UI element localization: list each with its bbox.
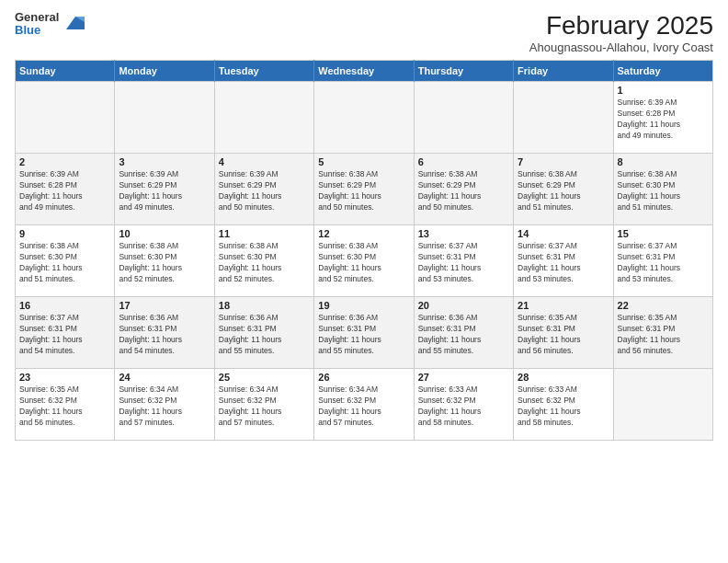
day-cell: 19Sunrise: 6:36 AM Sunset: 6:31 PM Dayli… (314, 297, 414, 369)
day-cell: 15Sunrise: 6:37 AM Sunset: 6:31 PM Dayli… (613, 225, 712, 297)
day-number: 24 (119, 372, 210, 383)
day-info: Sunrise: 6:34 AM Sunset: 6:32 PM Dayligh… (219, 385, 310, 429)
day-cell: 17Sunrise: 6:36 AM Sunset: 6:31 PM Dayli… (115, 297, 214, 369)
week-row-1: 2Sunrise: 6:39 AM Sunset: 6:28 PM Daylig… (16, 154, 713, 225)
day-info: Sunrise: 6:38 AM Sunset: 6:29 PM Dayligh… (318, 169, 409, 213)
day-info: Sunrise: 6:33 AM Sunset: 6:32 PM Dayligh… (518, 385, 609, 429)
title-area: February 2025 Ahougnassou-Allahou, Ivory… (529, 11, 713, 54)
weekday-sunday: Sunday (16, 61, 115, 82)
day-cell (314, 82, 414, 154)
day-info: Sunrise: 6:35 AM Sunset: 6:32 PM Dayligh… (19, 385, 110, 429)
day-cell: 5Sunrise: 6:38 AM Sunset: 6:29 PM Daylig… (314, 154, 414, 225)
logo-general: General (15, 11, 59, 24)
day-number: 5 (318, 156, 409, 167)
day-info: Sunrise: 6:37 AM Sunset: 6:31 PM Dayligh… (19, 313, 110, 357)
day-info: Sunrise: 6:36 AM Sunset: 6:31 PM Dayligh… (219, 313, 310, 357)
day-cell (16, 82, 115, 154)
day-number: 8 (618, 156, 709, 167)
day-cell (613, 369, 712, 441)
weekday-header-row: SundayMondayTuesdayWednesdayThursdayFrid… (16, 61, 713, 82)
day-number: 19 (318, 300, 409, 311)
day-info: Sunrise: 6:37 AM Sunset: 6:31 PM Dayligh… (418, 241, 509, 285)
day-info: Sunrise: 6:36 AM Sunset: 6:31 PM Dayligh… (318, 313, 409, 357)
day-info: Sunrise: 6:33 AM Sunset: 6:32 PM Dayligh… (418, 385, 509, 429)
day-cell: 24Sunrise: 6:34 AM Sunset: 6:32 PM Dayli… (115, 369, 214, 441)
day-cell: 25Sunrise: 6:34 AM Sunset: 6:32 PM Dayli… (214, 369, 313, 441)
day-info: Sunrise: 6:38 AM Sunset: 6:30 PM Dayligh… (219, 241, 310, 285)
logo-icon (63, 13, 85, 35)
day-number: 27 (418, 372, 509, 383)
day-info: Sunrise: 6:39 AM Sunset: 6:29 PM Dayligh… (119, 169, 210, 213)
day-number: 7 (518, 156, 609, 167)
day-number: 10 (119, 228, 210, 239)
logo-text: General Blue (15, 11, 59, 38)
day-cell: 10Sunrise: 6:38 AM Sunset: 6:30 PM Dayli… (115, 225, 214, 297)
day-cell: 9Sunrise: 6:38 AM Sunset: 6:30 PM Daylig… (16, 225, 115, 297)
day-number: 6 (418, 156, 509, 167)
day-number: 14 (518, 228, 609, 239)
day-cell: 3Sunrise: 6:39 AM Sunset: 6:29 PM Daylig… (115, 154, 214, 225)
day-cell: 12Sunrise: 6:38 AM Sunset: 6:30 PM Dayli… (314, 225, 414, 297)
day-info: Sunrise: 6:35 AM Sunset: 6:31 PM Dayligh… (518, 313, 609, 357)
week-row-4: 23Sunrise: 6:35 AM Sunset: 6:32 PM Dayli… (16, 369, 713, 441)
day-number: 28 (518, 372, 609, 383)
day-number: 16 (19, 300, 110, 311)
day-number: 3 (119, 156, 210, 167)
day-info: Sunrise: 6:39 AM Sunset: 6:29 PM Dayligh… (219, 169, 310, 213)
day-number: 12 (318, 228, 409, 239)
day-info: Sunrise: 6:39 AM Sunset: 6:28 PM Dayligh… (618, 98, 709, 142)
month-title: February 2025 (529, 11, 713, 40)
day-info: Sunrise: 6:34 AM Sunset: 6:32 PM Dayligh… (119, 385, 210, 429)
day-number: 21 (518, 300, 609, 311)
day-cell: 26Sunrise: 6:34 AM Sunset: 6:32 PM Dayli… (314, 369, 414, 441)
day-info: Sunrise: 6:38 AM Sunset: 6:30 PM Dayligh… (318, 241, 409, 285)
day-cell: 21Sunrise: 6:35 AM Sunset: 6:31 PM Dayli… (514, 297, 613, 369)
week-row-2: 9Sunrise: 6:38 AM Sunset: 6:30 PM Daylig… (16, 225, 713, 297)
day-cell: 23Sunrise: 6:35 AM Sunset: 6:32 PM Dayli… (16, 369, 115, 441)
day-cell: 4Sunrise: 6:39 AM Sunset: 6:29 PM Daylig… (214, 154, 313, 225)
day-number: 23 (19, 372, 110, 383)
day-info: Sunrise: 6:38 AM Sunset: 6:30 PM Dayligh… (19, 241, 110, 285)
week-row-3: 16Sunrise: 6:37 AM Sunset: 6:31 PM Dayli… (16, 297, 713, 369)
day-number: 13 (418, 228, 509, 239)
day-info: Sunrise: 6:35 AM Sunset: 6:31 PM Dayligh… (618, 313, 709, 357)
day-number: 26 (318, 372, 409, 383)
day-cell: 20Sunrise: 6:36 AM Sunset: 6:31 PM Dayli… (414, 297, 513, 369)
day-cell: 8Sunrise: 6:38 AM Sunset: 6:30 PM Daylig… (613, 154, 712, 225)
day-number: 15 (618, 228, 709, 239)
weekday-thursday: Thursday (414, 61, 513, 82)
day-info: Sunrise: 6:38 AM Sunset: 6:29 PM Dayligh… (418, 169, 509, 213)
day-number: 18 (219, 300, 310, 311)
day-info: Sunrise: 6:39 AM Sunset: 6:28 PM Dayligh… (19, 169, 110, 213)
day-cell: 7Sunrise: 6:38 AM Sunset: 6:29 PM Daylig… (514, 154, 613, 225)
day-cell: 18Sunrise: 6:36 AM Sunset: 6:31 PM Dayli… (214, 297, 313, 369)
day-cell: 14Sunrise: 6:37 AM Sunset: 6:31 PM Dayli… (514, 225, 613, 297)
day-cell: 28Sunrise: 6:33 AM Sunset: 6:32 PM Dayli… (514, 369, 613, 441)
weekday-wednesday: Wednesday (314, 61, 414, 82)
day-info: Sunrise: 6:34 AM Sunset: 6:32 PM Dayligh… (318, 385, 409, 429)
calendar-table: SundayMondayTuesdayWednesdayThursdayFrid… (15, 60, 713, 441)
weekday-monday: Monday (115, 61, 214, 82)
day-number: 17 (119, 300, 210, 311)
day-info: Sunrise: 6:36 AM Sunset: 6:31 PM Dayligh… (418, 313, 509, 357)
day-number: 22 (618, 300, 709, 311)
weekday-tuesday: Tuesday (214, 61, 313, 82)
logo-blue: Blue (15, 24, 59, 37)
day-cell (214, 82, 313, 154)
day-cell: 11Sunrise: 6:38 AM Sunset: 6:30 PM Dayli… (214, 225, 313, 297)
weekday-friday: Friday (514, 61, 613, 82)
day-info: Sunrise: 6:38 AM Sunset: 6:30 PM Dayligh… (618, 169, 709, 213)
day-number: 25 (219, 372, 310, 383)
day-number: 11 (219, 228, 310, 239)
day-info: Sunrise: 6:37 AM Sunset: 6:31 PM Dayligh… (618, 241, 709, 285)
logo: General Blue (15, 11, 85, 38)
day-cell: 22Sunrise: 6:35 AM Sunset: 6:31 PM Dayli… (613, 297, 712, 369)
week-row-0: 1Sunrise: 6:39 AM Sunset: 6:28 PM Daylig… (16, 82, 713, 154)
day-cell (115, 82, 214, 154)
day-info: Sunrise: 6:38 AM Sunset: 6:29 PM Dayligh… (518, 169, 609, 213)
header: General Blue February 2025 Ahougnassou-A… (15, 11, 713, 54)
day-number: 1 (618, 85, 709, 96)
day-cell: 6Sunrise: 6:38 AM Sunset: 6:29 PM Daylig… (414, 154, 513, 225)
day-number: 20 (418, 300, 509, 311)
day-cell: 27Sunrise: 6:33 AM Sunset: 6:32 PM Dayli… (414, 369, 513, 441)
